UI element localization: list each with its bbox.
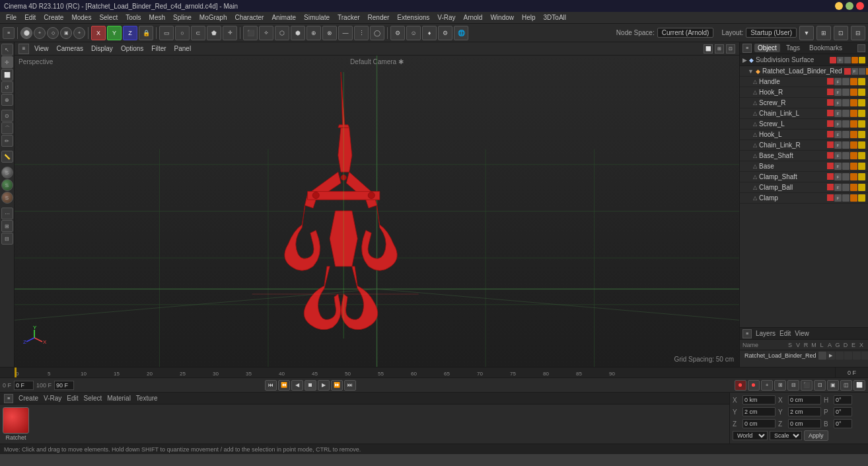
record-2-button[interactable]: ⏺ (748, 380, 760, 391)
vp-menu-display[interactable]: Display (89, 44, 116, 53)
toolbar-select-circle[interactable]: ○ (175, 26, 190, 40)
obj-tag15[interactable] (850, 152, 857, 159)
obj-tag13[interactable] (850, 141, 857, 149)
obj-vis[interactable]: F (834, 78, 842, 85)
menu-modes[interactable]: Modes (68, 13, 94, 22)
obj-lock8[interactable] (842, 152, 850, 159)
toolbar-point-mode[interactable]: + (34, 27, 46, 39)
left-icon-deform[interactable]: ⌒ (1, 122, 13, 134)
left-icon-paint[interactable]: ✏ (1, 135, 13, 147)
x-input[interactable] (742, 395, 776, 405)
record-button[interactable]: ⏺ (735, 380, 746, 391)
mat-menu-icon[interactable]: ≡ (4, 394, 13, 403)
parent-icon2[interactable] (859, 68, 865, 75)
toolbar-select-rect[interactable]: ▭ (159, 26, 174, 40)
obj-vis2[interactable]: F (834, 89, 842, 96)
toolbar-add-mode[interactable]: + (73, 27, 85, 39)
obj-item-screw-l[interactable]: △ Screw_L F (740, 119, 868, 130)
menu-tools[interactable]: Tools (122, 13, 144, 22)
obj-tag18[interactable] (858, 163, 865, 170)
obj-vis10[interactable]: F (834, 173, 842, 180)
toolbar-select-poly[interactable]: ⬟ (207, 26, 221, 40)
menu-mesh[interactable]: Mesh (146, 13, 168, 22)
toolbar-person[interactable]: ☺ (406, 26, 421, 40)
obj-tag22[interactable] (858, 184, 865, 191)
pb-icon4[interactable]: ⬛ (801, 380, 813, 391)
layers-menu-icon[interactable]: ≡ (742, 329, 752, 338)
sz-input[interactable] (788, 419, 821, 428)
obj-tag20[interactable] (858, 173, 865, 180)
toolbar-global[interactable]: 🌐 (454, 26, 468, 40)
pb-icon2[interactable]: ⊞ (774, 380, 786, 391)
obj-lock11[interactable] (842, 184, 850, 191)
parent-object-item[interactable]: ▼ ◆ Ratchet_Load_Binder_Red F (740, 66, 868, 77)
obj-tag2[interactable] (858, 78, 865, 85)
goto-end-button[interactable]: ⏭ (344, 380, 356, 391)
toolbar-lock-icon[interactable]: 🔒 (139, 26, 153, 40)
obj-tag23[interactable] (850, 194, 857, 202)
toolbar-icon4[interactable]: ⊟ (851, 26, 865, 40)
toolbar-cube[interactable]: ⬛ (243, 26, 258, 40)
tab-bookmarks[interactable]: Bookmarks (806, 44, 846, 52)
obj-lock12[interactable] (842, 194, 850, 202)
left-icon-s1[interactable]: S (1, 167, 13, 178)
layer-icon3[interactable] (836, 352, 844, 360)
mat-texture[interactable]: Texture (136, 395, 158, 402)
p-input[interactable] (834, 407, 852, 416)
obj-lock2[interactable] (842, 89, 850, 96)
stop-button[interactable]: ⏹ (305, 380, 316, 391)
mat-material[interactable]: Material (107, 395, 131, 402)
toolbar-gen7[interactable]: ◯ (370, 26, 384, 40)
obj-item-base[interactable]: △ Base F (740, 161, 868, 172)
left-icon-rotate[interactable]: ↺ (1, 81, 13, 93)
vp-menu-options[interactable]: Options (118, 44, 146, 53)
play-button[interactable]: ▶ (318, 380, 330, 391)
obj-lock9[interactable] (842, 163, 850, 170)
toolbar-x-axis[interactable]: X (91, 26, 106, 40)
menu-arnold[interactable]: Arnold (460, 13, 486, 22)
sx-input[interactable] (788, 395, 821, 405)
obj-tag24[interactable] (858, 194, 865, 202)
left-icon-arrow[interactable]: ↖ (1, 44, 13, 56)
vp-menu-cameras[interactable]: Cameras (54, 44, 87, 53)
obj-item-hook-r[interactable]: △ Hook_R F (740, 87, 868, 98)
viewport[interactable]: ≡ View Cameras Display Options Filter Pa… (15, 42, 739, 367)
vp-menu-panel[interactable]: Panel (172, 44, 194, 53)
sy-input[interactable] (788, 407, 821, 416)
left-icon-move[interactable]: ✛ (1, 56, 13, 68)
h-input[interactable] (834, 395, 852, 405)
collapse-icon[interactable]: ▶ (742, 57, 747, 63)
start-frame-input[interactable] (14, 381, 34, 390)
minimize-button[interactable] (835, 2, 843, 10)
left-icon-s3[interactable]: S (1, 192, 13, 204)
obj-lock6[interactable] (842, 131, 850, 138)
obj-tag6[interactable] (858, 99, 865, 106)
layer-icon4[interactable] (844, 352, 852, 360)
obj-vis7[interactable]: F (834, 141, 842, 149)
close-button[interactable] (856, 2, 864, 10)
layers-view-tab[interactable]: View (795, 330, 809, 337)
step-forward-button[interactable]: ⏩ (331, 380, 343, 391)
menu-mograph[interactable]: MoGraph (196, 13, 231, 22)
b-input[interactable] (834, 419, 852, 428)
menu-character[interactable]: Character (232, 13, 268, 22)
toolbar-move[interactable]: ✛ (223, 26, 237, 40)
tab-tags[interactable]: Tags (783, 44, 803, 52)
obj-item-base-shaft[interactable]: △ Base_Shaft F (740, 151, 868, 161)
viewport-canvas[interactable]: Perspective Default Camera ✱ (15, 56, 739, 367)
toolbar-y-axis[interactable]: Y (107, 26, 122, 40)
z-input[interactable] (742, 419, 776, 428)
end-frame-input[interactable] (54, 381, 74, 390)
obj-item-clamp-ball[interactable]: △ Clamp_Ball F (740, 182, 868, 193)
pb-icon6[interactable]: ▣ (827, 380, 839, 391)
toolbar-gen2[interactable]: ⬢ (291, 26, 305, 40)
toolbar-gen1[interactable]: ⬡ (275, 26, 289, 40)
left-icon-ruler[interactable]: 📏 (1, 151, 13, 163)
mat-select[interactable]: Select (83, 395, 102, 402)
node-space-dropdown[interactable]: Current (Arnold) (657, 28, 714, 38)
step-back-button[interactable]: ⏪ (278, 380, 290, 391)
menu-file[interactable]: File (3, 13, 20, 22)
pb-icon8[interactable]: ⬜ (853, 380, 865, 391)
obj-tag5[interactable] (850, 99, 857, 106)
obj-tag11[interactable] (850, 131, 857, 138)
